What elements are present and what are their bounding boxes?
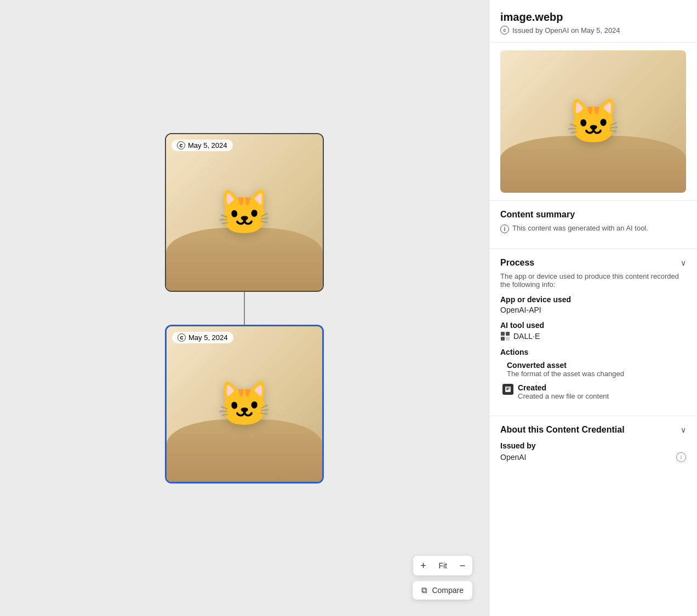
- action-created-title: Created: [518, 383, 609, 392]
- action-converted-desc: The format of the asset was changed: [507, 370, 686, 378]
- compare-button[interactable]: ⧉ Compare: [413, 581, 472, 600]
- dalle-icon: [500, 331, 510, 341]
- fit-label: Fit: [433, 561, 453, 570]
- thumbnail-cat: [500, 50, 686, 193]
- zoom-controls: + Fit −: [413, 556, 472, 575]
- top-image-card[interactable]: c May 5, 2024: [165, 133, 324, 292]
- about-title: About this Content Credential: [500, 425, 625, 435]
- info-icon-summary: i: [500, 224, 509, 233]
- compare-icon: ⧉: [421, 585, 427, 595]
- top-date-badge: c May 5, 2024: [172, 140, 233, 151]
- panel-header: image.webp c Issued by OpenAI on May 5, …: [489, 0, 697, 43]
- ai-tool-group: AI tool used DALL·E: [500, 321, 686, 341]
- content-summary-text: i This content was generated with an AI …: [500, 224, 686, 233]
- action-converted-title: Converted asset: [507, 361, 686, 370]
- issued-by-row: Issued by OpenAI i: [500, 441, 686, 462]
- svg-rect-2: [501, 337, 505, 341]
- created-icon: [502, 384, 513, 395]
- cr-icon-top: c: [177, 141, 185, 149]
- issued-by-label: Issued by: [500, 441, 686, 450]
- actions-label: Actions: [500, 348, 686, 356]
- zoom-out-button[interactable]: −: [453, 556, 472, 575]
- issued-by-value-row: OpenAI i: [500, 452, 686, 462]
- zoom-in-button[interactable]: +: [413, 556, 433, 575]
- content-summary-section: Content summary i This content was gener…: [489, 201, 697, 249]
- left-panel: c May 5, 2024 c May 5, 2024 + Fit − ⧉ Co…: [0, 0, 489, 616]
- top-cat-image: [166, 134, 323, 291]
- bottom-image-card[interactable]: c May 5, 2024: [165, 325, 324, 483]
- app-device-value: OpenAI-API: [500, 306, 686, 314]
- app-device-label: App or device used: [500, 295, 686, 304]
- circle-info-icon[interactable]: i: [676, 452, 686, 462]
- action-converted: Converted asset The format of the asset …: [500, 361, 686, 378]
- thumbnail-image: [500, 50, 686, 193]
- issued-by-header: c Issued by OpenAI on May 5, 2024: [500, 26, 686, 34]
- panel-title: image.webp: [500, 11, 686, 24]
- about-section: About this Content Credential ∨ Issued b…: [489, 416, 697, 471]
- content-summary-title: Content summary: [500, 210, 686, 220]
- bottom-date-badge: c May 5, 2024: [172, 332, 233, 343]
- action-created: Created Created a new file or content: [500, 383, 686, 400]
- thumbnail-container: [489, 43, 697, 201]
- svg-rect-0: [501, 332, 505, 336]
- process-title: Process: [500, 258, 534, 268]
- about-header: About this Content Credential ∨: [500, 425, 686, 435]
- bottom-cat-image: [167, 326, 322, 482]
- top-date-text: May 5, 2024: [188, 141, 227, 149]
- ai-tool-label: AI tool used: [500, 321, 686, 330]
- issued-by-name: OpenAI: [500, 453, 526, 462]
- process-section-header: Process ∨: [500, 258, 686, 268]
- right-panel: image.webp c Issued by OpenAI on May 5, …: [489, 0, 697, 616]
- svg-rect-6: [506, 389, 509, 390]
- cr-badge-header: c: [500, 26, 509, 34]
- cr-icon-bottom: c: [178, 333, 186, 342]
- bottom-date-text: May 5, 2024: [188, 333, 228, 342]
- process-subtitle: The app or device used to produce this c…: [500, 272, 686, 289]
- svg-rect-3: [506, 337, 510, 341]
- issued-by-text: Issued by OpenAI on May 5, 2024: [512, 26, 620, 34]
- ai-tool-row: DALL·E: [500, 331, 686, 341]
- actions-group: Actions Converted asset The format of th…: [500, 348, 686, 400]
- process-section: Process ∨ The app or device used to prod…: [489, 249, 697, 416]
- process-chevron[interactable]: ∨: [681, 258, 686, 267]
- bottom-toolbar: + Fit − ⧉ Compare: [413, 556, 472, 600]
- connector-line: [244, 292, 245, 325]
- app-device-group: App or device used OpenAI-API: [500, 295, 686, 314]
- svg-rect-1: [506, 332, 510, 336]
- svg-rect-5: [506, 388, 510, 389]
- ai-tool-value: DALL·E: [513, 332, 540, 341]
- action-created-text: Created Created a new file or content: [518, 383, 609, 400]
- compare-label: Compare: [432, 586, 464, 595]
- about-chevron[interactable]: ∨: [681, 425, 686, 434]
- canvas-area: c May 5, 2024 c May 5, 2024: [165, 133, 324, 483]
- action-created-desc: Created a new file or content: [518, 392, 609, 400]
